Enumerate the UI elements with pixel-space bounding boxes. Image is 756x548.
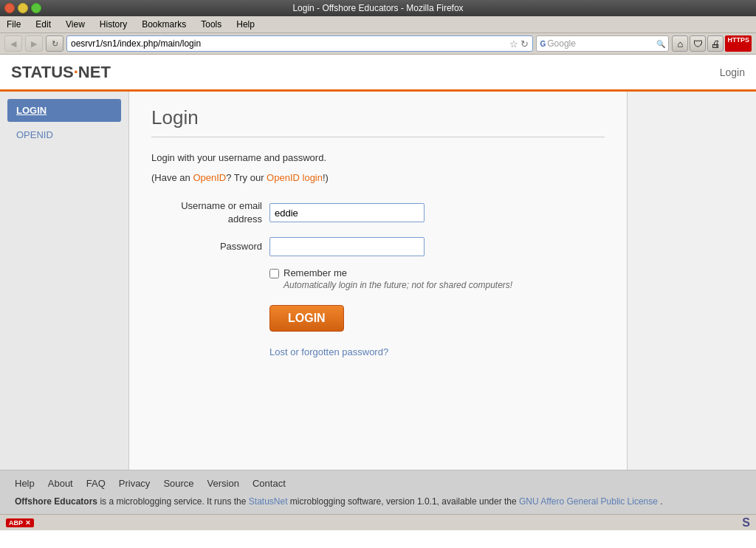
openid-note-middle: ? Try our [226, 172, 267, 183]
login-button[interactable]: LOGIN [269, 305, 344, 332]
sidebar: LOGIN OPENID [0, 92, 129, 470]
openid-note-suffix: !) [323, 172, 329, 183]
abp-badge[interactable]: ABP ✕ [6, 518, 34, 527]
sidebar-item-openid[interactable]: OPENID [7, 125, 121, 145]
username-label: Username or emailaddress [151, 199, 262, 226]
remember-note: Automatically login in the future; not f… [284, 280, 512, 290]
footer-link-privacy[interactable]: Privacy [119, 478, 151, 489]
footer-link-faq[interactable]: FAQ [86, 478, 106, 489]
menu-bookmarks[interactable]: Bookmarks [138, 18, 190, 31]
footer-link-about[interactable]: About [48, 478, 73, 489]
toolbar-icons: ⌂ 🛡 🖨 HTTPS [672, 35, 752, 52]
bookmark-star-icon[interactable]: ☆ [509, 38, 518, 49]
login-title: Login [151, 106, 605, 137]
remember-checkbox[interactable] [269, 269, 279, 278]
footer: Help About FAQ Privacy Source Version Co… [0, 470, 756, 514]
shield-icon[interactable]: 🛡 [690, 35, 706, 52]
footer-text: Offshore Educators is a microblogging se… [15, 495, 741, 508]
menu-view[interactable]: View [62, 18, 89, 31]
url-text: oesrvr1/sn1/index.php/main/login [71, 38, 507, 49]
close-button[interactable] [4, 3, 15, 13]
menu-bar: File Edit View History Bookmarks Tools H… [0, 16, 756, 33]
footer-link-version[interactable]: Version [207, 478, 239, 489]
openid-link2[interactable]: OpenID login [267, 172, 323, 183]
header-nav: Login [720, 66, 745, 78]
site-header: STATUS · NET Login [0, 55, 756, 92]
window-title: Login - Offshore Educators - Mozilla Fir… [292, 3, 463, 13]
footer-text-middle: microblogging software, version 1.0.1, a… [290, 496, 519, 507]
search-go-button[interactable]: 🔍 [656, 40, 665, 48]
username-input[interactable] [269, 203, 425, 222]
window-controls [4, 3, 41, 13]
footer-site-name: Offshore Educators [15, 496, 97, 507]
footer-links: Help About FAQ Privacy Source Version Co… [15, 478, 741, 489]
right-panel [627, 92, 756, 470]
password-label: Password [151, 240, 262, 253]
back-button[interactable]: ◀ [4, 35, 22, 52]
sidebar-item-login[interactable]: LOGIN [7, 99, 121, 122]
menu-file[interactable]: File [3, 18, 24, 31]
status-s-icon: S [742, 516, 750, 530]
footer-link-source[interactable]: Source [163, 478, 193, 489]
forward-button[interactable]: ▶ [25, 35, 43, 52]
openid-note: (Have an OpenID? Try our OpenID login!) [151, 172, 605, 183]
refresh-icon[interactable]: ↻ [520, 38, 529, 49]
footer-link-contact[interactable]: Contact [252, 478, 286, 489]
remember-group: Remember me Automatically login in the f… [269, 267, 605, 290]
openid-note-prefix: (Have an [151, 172, 193, 183]
page-wrapper: STATUS · NET Login LOGIN OPENID Login Lo… [0, 55, 756, 514]
status-bar: ABP ✕ S [0, 514, 756, 530]
print-icon[interactable]: 🖨 [707, 35, 724, 52]
logo-status: STATUS [11, 63, 74, 82]
minimize-button[interactable] [18, 3, 28, 13]
nav-bar: ◀ ▶ ↻ oesrvr1/sn1/index.php/main/login ☆… [0, 33, 756, 55]
remember-label: Remember me [284, 267, 512, 278]
logo-net: NET [78, 63, 111, 82]
footer-link-help[interactable]: Help [15, 478, 35, 489]
main-content: Login Login with your username and passw… [129, 92, 627, 470]
home-icon[interactable]: ⌂ [672, 35, 688, 52]
google-logo: G [540, 40, 546, 48]
password-input[interactable] [269, 237, 425, 256]
remember-text: Remember me Automatically login in the f… [284, 267, 512, 290]
reload-button[interactable]: ↻ [46, 35, 63, 52]
password-group: Password [151, 237, 605, 256]
footer-statusnet-link[interactable]: StatusNet [249, 496, 288, 507]
abp-label: ABP [9, 519, 23, 527]
footer-text-prefix: is a microblogging service. It runs the [100, 496, 248, 507]
forgot-password-link[interactable]: Lost or forgotten password? [269, 346, 605, 357]
address-bar[interactable]: oesrvr1/sn1/index.php/main/login ☆ ↻ [66, 35, 533, 52]
menu-help[interactable]: Help [233, 18, 258, 31]
abp-close-icon[interactable]: ✕ [25, 519, 31, 527]
https-badge[interactable]: HTTPS [725, 35, 752, 52]
menu-tools[interactable]: Tools [197, 18, 225, 31]
footer-text-end: . [660, 496, 662, 507]
footer-license-link[interactable]: GNU Affero General Public License [519, 496, 658, 507]
openid-link1[interactable]: OpenID [193, 172, 226, 183]
login-intro: Login with your username and password. [151, 152, 605, 163]
username-group: Username or emailaddress [151, 199, 605, 226]
header-login-link[interactable]: Login [720, 66, 745, 78]
menu-history[interactable]: History [96, 18, 131, 31]
maximize-button[interactable] [31, 3, 41, 13]
title-bar: Login - Offshore Educators - Mozilla Fir… [0, 0, 756, 16]
search-bar[interactable]: G Google 🔍 [536, 35, 669, 52]
menu-edit[interactable]: Edit [32, 18, 55, 31]
site-logo: STATUS · NET [11, 63, 111, 82]
search-input[interactable]: Google [547, 38, 655, 49]
content-area: LOGIN OPENID Login Login with your usern… [0, 92, 756, 470]
